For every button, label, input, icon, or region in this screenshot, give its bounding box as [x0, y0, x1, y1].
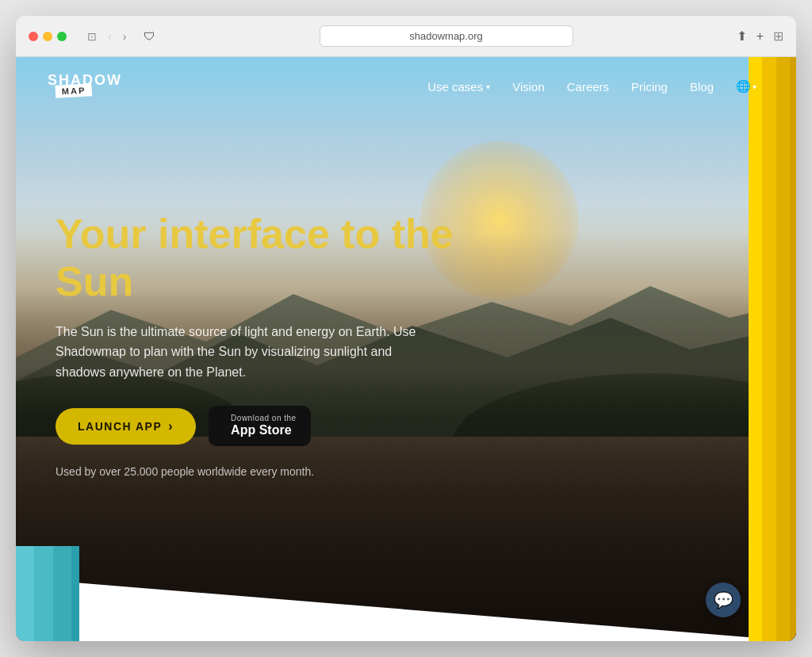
nav-use-cases[interactable]: Use cases ▾: [427, 80, 490, 94]
nav-careers[interactable]: Careers: [567, 80, 609, 94]
app-store-button[interactable]: Download on the App Store: [209, 406, 311, 445]
nav-vision[interactable]: Vision: [512, 80, 545, 94]
browser-toolbar: ⊡ ‹ › 🛡 shadowmap.org ⬆ + ⊞: [16, 16, 796, 57]
chevron-down-icon: ▾: [486, 82, 490, 91]
back-button[interactable]: ‹: [105, 29, 115, 44]
minimize-button[interactable]: [43, 32, 52, 41]
launch-app-label: LAUNCH APP: [78, 420, 162, 433]
white-diagonal-section: [16, 483, 796, 641]
white-diagonal: [16, 483, 796, 641]
traffic-lights: [29, 32, 67, 41]
cta-buttons: LAUNCH APP › Download on the App Store: [56, 406, 468, 445]
nav-careers-label: Careers: [567, 80, 609, 94]
app-store-text: Download on the App Store: [231, 414, 297, 437]
nav-vision-label: Vision: [512, 80, 545, 94]
maximize-button[interactable]: [57, 32, 67, 41]
chat-icon: 💬: [714, 590, 733, 609]
stripe-1: [749, 57, 762, 641]
stripe-4: [790, 57, 796, 641]
logo[interactable]: SHADOW MAP: [48, 73, 122, 100]
nav-pricing[interactable]: Pricing: [631, 80, 668, 94]
chat-button[interactable]: 💬: [706, 583, 741, 617]
browser-controls: ⊡ ‹ ›: [84, 29, 129, 44]
yellow-stripes: [749, 57, 796, 641]
navigation: SHADOW MAP Use cases ▾ Vision Careers: [16, 57, 796, 116]
share-icon[interactable]: ⬆: [737, 29, 747, 44]
shield-icon: 🛡: [144, 29, 155, 43]
launch-app-button[interactable]: LAUNCH APP ›: [56, 408, 196, 445]
nav-use-cases-label: Use cases: [427, 80, 483, 94]
nav-links: Use cases ▾ Vision Careers Pricing Blog: [427, 79, 756, 94]
stripe-2: [762, 57, 776, 641]
download-on-label: Download on the: [231, 414, 297, 422]
blue-stripes: [16, 546, 79, 641]
tab-grid-icon[interactable]: ⊞: [773, 29, 783, 44]
hero-subtitle: The Sun is the ultimate source of light …: [56, 322, 436, 383]
new-tab-icon[interactable]: +: [756, 29, 764, 44]
website-content: SHADOW MAP Use cases ▾ Vision Careers: [16, 57, 796, 641]
social-proof-text: Used by over 25.000 people worldwide eve…: [56, 465, 468, 478]
toolbar-right: ⬆ + ⊞: [737, 29, 783, 44]
hero-title: Your interface to the Sun: [56, 211, 468, 306]
url-text: shadowmap.org: [409, 30, 483, 42]
hero-section: SHADOW MAP Use cases ▾ Vision Careers: [16, 57, 796, 641]
app-store-label: App Store: [231, 422, 297, 437]
window-resize-icon[interactable]: ⊡: [84, 29, 100, 44]
globe-icon: 🌐: [736, 79, 751, 94]
stripe-3: [776, 57, 790, 641]
blue-stripe-1: [16, 546, 34, 641]
logo-map-text: MAP: [55, 83, 92, 97]
address-bar[interactable]: shadowmap.org: [320, 25, 573, 47]
close-button[interactable]: [29, 32, 38, 41]
launch-arrow-icon: ›: [168, 419, 174, 434]
blue-stripe-2: [34, 546, 52, 641]
hero-content: Your interface to the Sun The Sun is the…: [56, 211, 468, 478]
blue-stripe-3: [53, 546, 71, 641]
language-chevron-icon: ▾: [753, 82, 756, 91]
address-bar-wrap: shadowmap.org: [163, 25, 728, 47]
nav-pricing-label: Pricing: [631, 80, 668, 94]
nav-blog[interactable]: Blog: [690, 80, 714, 94]
forward-button[interactable]: ›: [120, 29, 130, 44]
nav-blog-label: Blog: [690, 80, 714, 94]
browser-window: ⊡ ‹ › 🛡 shadowmap.org ⬆ + ⊞: [16, 16, 796, 641]
nav-language[interactable]: 🌐 ▾: [736, 79, 756, 94]
security-shield-wrap: 🛡: [144, 29, 155, 43]
blue-stripe-4: [71, 546, 79, 641]
